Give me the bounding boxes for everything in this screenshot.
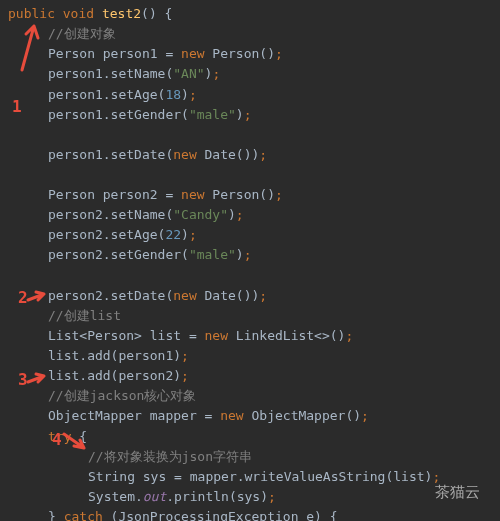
code-text: person1.setAge( [48, 87, 165, 102]
code-text: Person person2 = [48, 187, 181, 202]
semicolon: ; [189, 87, 197, 102]
semicolon: ; [275, 187, 283, 202]
keyword-new: new [181, 46, 204, 61]
code-text: Date()) [197, 288, 260, 303]
code-text: person1.setDate( [48, 147, 173, 162]
semicolon: ; [259, 147, 267, 162]
code-line: String sys = mapper.writeValueAsString(l… [8, 467, 492, 487]
comment: //将对象装换为json字符串 [88, 449, 252, 464]
semicolon: ; [212, 66, 220, 81]
arrow-4-icon [62, 432, 88, 454]
code-line: Person person1 = new Person(); [8, 44, 492, 64]
semicolon: ; [244, 247, 252, 262]
keyword-new: new [205, 328, 228, 343]
comment: //创建jackson核心对象 [48, 388, 196, 403]
code-text: String sys = mapper.writeValueAsString(l… [88, 469, 432, 484]
code-line: person1.setGender("male"); [8, 105, 492, 125]
semicolon: ; [259, 288, 267, 303]
code-text: ) [236, 107, 244, 122]
semicolon: ; [236, 207, 244, 222]
annotation-4: 4 [52, 428, 62, 453]
string-literal: "male" [189, 247, 236, 262]
code-line: list.add(person1); [8, 346, 492, 366]
semicolon: ; [361, 408, 369, 423]
code-text: Person() [205, 46, 275, 61]
semicolon: ; [189, 227, 197, 242]
code-line: Person person2 = new Person(); [8, 185, 492, 205]
static-field: out [143, 489, 166, 504]
code-line: list.add(person2); [8, 366, 492, 386]
code-line: List<Person> list = new LinkedList<>(); [8, 326, 492, 346]
code-text: person1.setName( [48, 66, 173, 81]
string-literal: "male" [189, 107, 236, 122]
code-text: ObjectMapper mapper = [48, 408, 220, 423]
code-text: person2.setName( [48, 207, 173, 222]
string-literal: "Candy" [173, 207, 228, 222]
code-text: person2.setGender( [48, 247, 189, 262]
keyword-void: void [63, 6, 94, 21]
code-text: } [48, 509, 64, 521]
code-text: person2.setDate( [48, 288, 173, 303]
code-text: () { [141, 6, 172, 21]
keyword-new: new [181, 187, 204, 202]
semicolon: ; [244, 107, 252, 122]
comment: //创建list [48, 308, 121, 323]
comment: //创建对象 [48, 26, 116, 41]
method-name: test2 [102, 6, 141, 21]
string-literal: "AN" [173, 66, 204, 81]
code-text: System. [88, 489, 143, 504]
code-line: person2.setDate(new Date()); [8, 286, 492, 306]
keyword-public: public [8, 6, 55, 21]
keyword-new: new [220, 408, 243, 423]
code-line: person2.setName("Candy"); [8, 205, 492, 225]
arrow-2-icon [26, 290, 48, 304]
semicolon: ; [181, 348, 189, 363]
code-text: Date()) [197, 147, 260, 162]
code-text: person2.setAge( [48, 227, 165, 242]
number-literal: 18 [165, 87, 181, 102]
code-text: ) [236, 247, 244, 262]
code-line: //创建对象 [8, 24, 492, 44]
code-text: list.add(person2) [48, 368, 181, 383]
semicolon: ; [268, 489, 276, 504]
code-text: ) [228, 207, 236, 222]
code-line: person1.setName("AN"); [8, 64, 492, 84]
code-line: //创建list [8, 306, 492, 326]
annotation-1: 1 [12, 95, 22, 120]
code-text: person1.setGender( [48, 107, 189, 122]
code-line: person1.setDate(new Date()); [8, 145, 492, 165]
watermark: 茶猫云 [435, 480, 480, 503]
code-line: ObjectMapper mapper = new ObjectMapper()… [8, 406, 492, 426]
number-literal: 22 [165, 227, 181, 242]
keyword-catch: catch [64, 509, 103, 521]
blank-line [8, 125, 492, 145]
code-text: .println(sys) [166, 489, 268, 504]
code-text: Person person1 = [48, 46, 181, 61]
code-text: Person() [205, 187, 275, 202]
code-text: List<Person> list = [48, 328, 205, 343]
code-line: //创建jackson核心对象 [8, 386, 492, 406]
code-text: ) [181, 87, 189, 102]
code-line: person2.setGender("male"); [8, 245, 492, 265]
keyword-new: new [173, 288, 196, 303]
blank-line [8, 266, 492, 286]
keyword-new: new [173, 147, 196, 162]
code-line: person1.setAge(18); [8, 85, 492, 105]
code-line: } catch (JsonProcessingException e) { [8, 507, 492, 521]
arrow-3-icon [26, 372, 48, 386]
code-text: (JsonProcessingException e) { [103, 509, 338, 521]
code-text: list.add(person1) [48, 348, 181, 363]
code-text: ) [181, 227, 189, 242]
code-line: person2.setAge(22); [8, 225, 492, 245]
semicolon: ; [181, 368, 189, 383]
code-line: public void test2() { [8, 4, 492, 24]
semicolon: ; [345, 328, 353, 343]
arrow-1-icon [12, 22, 40, 72]
semicolon: ; [275, 46, 283, 61]
code-text: ObjectMapper() [244, 408, 361, 423]
code-line: System.out.println(sys); [8, 487, 492, 507]
code-text: LinkedList<>() [228, 328, 345, 343]
blank-line [8, 165, 492, 185]
